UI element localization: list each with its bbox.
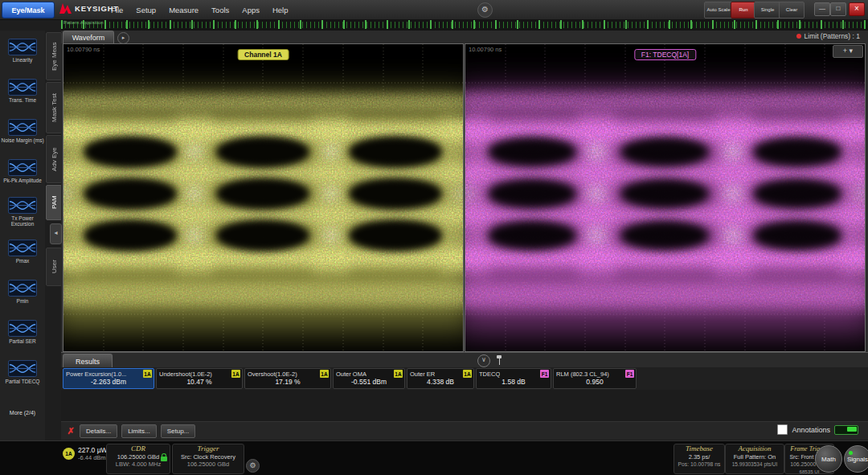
results-tab-row: Results ∨ bbox=[61, 352, 868, 368]
pattern-acquisition-label: Pattern Acquisition bbox=[63, 20, 104, 25]
result-chip-tdecq[interactable]: TDECQ F1 1.58 dB bbox=[476, 368, 551, 389]
results-body bbox=[61, 390, 868, 421]
annotations-color-toggle[interactable] bbox=[834, 425, 858, 435]
trigger-gear-icon[interactable]: ⚙ bbox=[246, 459, 260, 473]
pan-zoom-tool-button[interactable]: + ▾ bbox=[833, 45, 863, 58]
result-chip-overshoot[interactable]: Overshoot(1.0E-2) 1A 17.19 % bbox=[244, 368, 331, 389]
results-chip-row: Power Excursion(1.0... 1A -2.263 dBm Und… bbox=[61, 367, 868, 390]
timebase-reference-label: 10.00790 ns bbox=[469, 46, 502, 53]
annotations-checkbox[interactable] bbox=[777, 424, 788, 435]
fail-status-icon: ✗ bbox=[66, 426, 76, 436]
results-collapse-icon[interactable]: ∨ bbox=[477, 354, 490, 367]
details-button[interactable]: Details... bbox=[80, 424, 117, 438]
menu-measure[interactable]: Measure bbox=[169, 6, 199, 14]
sidebar-item-tx-power-excursion[interactable]: Tx Power Excursion bbox=[0, 191, 45, 231]
vtab-pam[interactable]: PAM bbox=[46, 185, 62, 220]
keysight-spark-icon bbox=[59, 3, 72, 14]
eye-measure-icon bbox=[8, 240, 37, 256]
limits-button[interactable]: Limits... bbox=[121, 424, 157, 438]
keysight-logo: KEYSIGHT bbox=[59, 3, 119, 14]
sidebar-item-partial-ser[interactable]: Partial SER bbox=[0, 312, 45, 352]
eye-measure-icon bbox=[8, 119, 37, 136]
vtab-adv-eye[interactable]: Adv Eye bbox=[46, 135, 62, 183]
menu-setup[interactable]: Setup bbox=[136, 6, 156, 14]
limit-indicator: Limit (Patterns) : 1 bbox=[796, 32, 860, 40]
channel-1a-label[interactable]: Channel 1A bbox=[237, 49, 289, 60]
channel-1a-badge: 1A bbox=[63, 448, 75, 460]
close-button[interactable]: × bbox=[849, 2, 865, 16]
limit-status-dot-icon bbox=[796, 34, 801, 39]
pattern-ticks-coarse bbox=[61, 20, 868, 29]
clear-button[interactable]: Clear bbox=[779, 2, 805, 18]
results-button-row: ✗ Details... Limits... Setup... bbox=[61, 421, 868, 440]
signals-button[interactable]: Signals bbox=[844, 445, 868, 473]
eye-measure-icon bbox=[8, 39, 37, 55]
tdecq-function-label[interactable]: F1: TDECQ[1A] bbox=[634, 49, 696, 60]
eye-measure-icon bbox=[8, 197, 37, 214]
sidebar-collapse-handle[interactable]: ◂ bbox=[50, 223, 62, 244]
auto-scale-button[interactable]: Auto Scale bbox=[704, 2, 733, 18]
measurement-sidebar: Linearity Trans. Time Noise Margin (ms) … bbox=[0, 31, 46, 440]
power-readout[interactable]: 1A 227.0 µW -6.44 dBm bbox=[63, 446, 108, 461]
result-chip-outer-er[interactable]: Outer ER 1A 4.338 dB bbox=[407, 368, 474, 389]
sidebar-item-noise-margin[interactable]: Noise Margin (ms) bbox=[0, 111, 45, 151]
eye-measure-icon bbox=[8, 79, 37, 96]
sidebar-item-pmin[interactable]: Pmin bbox=[0, 272, 45, 312]
sidebar-item-pmax[interactable]: Pmax bbox=[0, 231, 45, 272]
annotations-group: Annotations bbox=[777, 424, 858, 435]
source-badge-f1: F1 bbox=[540, 370, 549, 378]
menu-tools[interactable]: Tools bbox=[211, 6, 229, 14]
vtab-mask-test[interactable]: Mask Test bbox=[46, 82, 62, 133]
restore-button[interactable]: □ bbox=[830, 2, 846, 16]
settings-gear-icon[interactable]: ⚙ bbox=[477, 2, 493, 18]
vtab-user[interactable]: User bbox=[46, 248, 62, 286]
result-chip-outer-oma[interactable]: Outer OMA 1A -0.551 dBm bbox=[333, 368, 405, 389]
run-button[interactable]: Run bbox=[731, 2, 756, 18]
eye-measure-icon bbox=[8, 280, 37, 297]
source-badge-1a: 1A bbox=[231, 370, 240, 378]
menu-apps[interactable]: Apps bbox=[242, 6, 260, 14]
result-chip-undershoot[interactable]: Undershoot(1.0E-2) 1A 10.47 % bbox=[156, 368, 243, 389]
flexdca-window: Eye/Mask KEYSIGHT File Setup Measure Too… bbox=[0, 0, 868, 475]
vtab-eye-meas[interactable]: Eye Meas bbox=[46, 32, 62, 80]
eye-measure-icon bbox=[8, 360, 37, 377]
mode-selector-button[interactable]: Eye/Mask bbox=[2, 2, 55, 18]
graticule-tdecq-f1[interactable]: 10.00790 ns F1: TDECQ[1A] bbox=[465, 43, 866, 352]
results-pin-icon[interactable] bbox=[495, 355, 503, 366]
signals-led-icon bbox=[849, 451, 853, 455]
eye-diagram-tdecq-f1 bbox=[465, 44, 865, 351]
menu-file[interactable]: File bbox=[111, 6, 123, 14]
cdr-panel[interactable]: CDR 106.25000 GBd LBW: 4.000 MHz bbox=[106, 444, 170, 474]
sidebar-item-more[interactable]: More (2/4) bbox=[0, 392, 45, 432]
minimize-button[interactable]: — bbox=[814, 2, 830, 16]
source-badge-1a: 1A bbox=[394, 370, 403, 378]
math-button[interactable]: Math bbox=[815, 445, 842, 473]
waveform-tab-row: Waveform ▸ Limit (Patterns) : 1 bbox=[61, 31, 868, 44]
result-chip-rlm[interactable]: RLM (802.3 CL_94) F1 0.950 bbox=[553, 368, 637, 389]
source-badge-1a: 1A bbox=[463, 370, 472, 378]
result-chip-power-excursion[interactable]: Power Excursion(1.0... 1A -2.263 dBm bbox=[63, 368, 154, 389]
tab-waveform[interactable]: Waveform bbox=[63, 31, 114, 44]
sidebar-item-linearity[interactable]: Linearity bbox=[0, 31, 45, 71]
trigger-panel[interactable]: Trigger Src: Clock Recovery 106.25000 GB… bbox=[172, 444, 244, 474]
source-badge-1a: 1A bbox=[320, 370, 329, 378]
annotations-label: Annotations bbox=[792, 426, 830, 434]
pattern-acquisition-strip: Pattern Acquisition bbox=[61, 19, 868, 31]
menu-help[interactable]: Help bbox=[272, 6, 289, 14]
lock-icon bbox=[161, 457, 167, 461]
single-button[interactable]: Single bbox=[754, 2, 781, 18]
graticule-channel-1a[interactable]: 10.00790 ns Channel 1A bbox=[63, 43, 464, 352]
setup-button[interactable]: Setup... bbox=[161, 424, 196, 438]
tab-results[interactable]: Results bbox=[63, 354, 113, 368]
sidebar-item-trans-time[interactable]: Trans. Time bbox=[0, 71, 45, 111]
display-area: 10.00790 ns Channel 1A bbox=[61, 43, 868, 352]
power-dbm-value: -6.44 dBm bbox=[78, 454, 108, 461]
acquisition-panel[interactable]: Acquisition Full Pattern: On 15.99303534… bbox=[725, 444, 784, 474]
sidebar-item-pkpk-amplitude[interactable]: Pk-Pk Amplitude bbox=[0, 151, 45, 191]
waveform-restore-icon[interactable]: ▸ bbox=[117, 32, 129, 44]
eye-measure-icon bbox=[8, 320, 37, 337]
timebase-panel[interactable]: Timebase 2.35 ps/ Pos: 10.00798 ns bbox=[674, 444, 725, 474]
menubar: Eye/Mask KEYSIGHT File Setup Measure Too… bbox=[0, 0, 868, 20]
sidebar-item-partial-tdecq[interactable]: Partial TDECQ bbox=[0, 352, 45, 392]
eye-measure-icon bbox=[8, 159, 37, 176]
